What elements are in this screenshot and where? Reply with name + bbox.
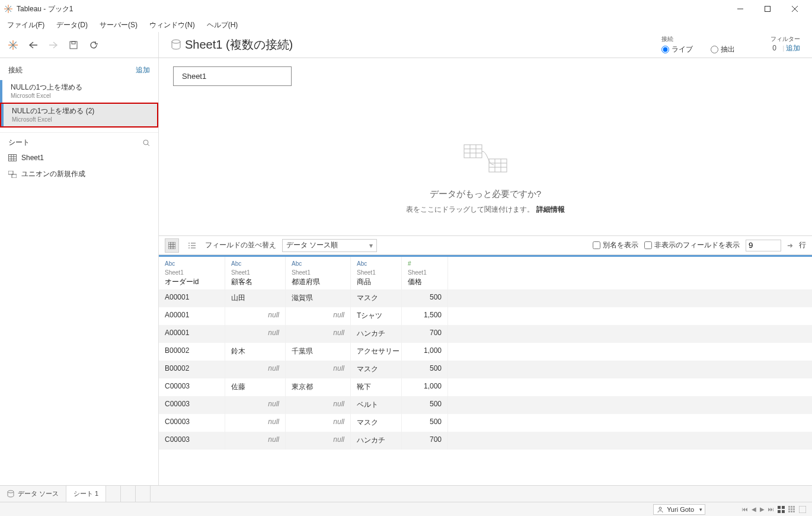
- svg-rect-66: [791, 511, 792, 512]
- tableau-logo-icon: [4, 4, 13, 14]
- forward-button[interactable]: [47, 39, 59, 51]
- table-row[interactable]: C00003nullnullマスク500: [159, 414, 812, 432]
- datasource-title[interactable]: Sheet1 (複数の接続): [185, 37, 293, 53]
- show-hidden-fields-checkbox[interactable]: 非表示のフィールドを表示: [644, 240, 740, 250]
- table-row[interactable]: A00001山田滋賀県マスク500: [159, 289, 812, 307]
- svg-rect-59: [788, 506, 790, 508]
- nav-last-icon[interactable]: ⏭: [768, 506, 774, 512]
- grid-view-toggle[interactable]: [165, 238, 179, 253]
- window-title: Tableau - ブック1: [17, 4, 73, 14]
- menu-file[interactable]: ファイル(F): [2, 19, 49, 31]
- table-cell: B00002: [159, 361, 225, 378]
- table-row[interactable]: B00002nullnullマスク500: [159, 361, 812, 378]
- svg-rect-24: [464, 145, 482, 158]
- table-cell: 千葉県: [286, 343, 351, 361]
- table-row[interactable]: C00003nullnullハンカチ700: [159, 432, 812, 450]
- connection-item-1[interactable]: NULLの1つ上を埋める Microsoft Excel: [0, 80, 158, 103]
- column-header-2[interactable]: AbcSheet1都道府県: [286, 257, 351, 289]
- svg-rect-62: [788, 508, 790, 510]
- new-worksheet-button[interactable]: [106, 486, 121, 502]
- table-cell: null: [286, 432, 351, 450]
- datagrid-toolbar: フィールドの並べ替え データ ソース順▾ 別名を表示 非表示のフィールドを表示 …: [159, 236, 812, 255]
- table-cell: null: [225, 432, 286, 450]
- add-connection-link[interactable]: 追加: [136, 65, 150, 75]
- nav-prev-icon[interactable]: ◀: [752, 506, 756, 512]
- table-row[interactable]: A00001nullnullハンカチ700: [159, 325, 812, 343]
- table-row[interactable]: C00003佐藤東京都靴下1,000: [159, 378, 812, 396]
- column-header-4[interactable]: #Sheet1価格: [402, 257, 448, 289]
- view-mode-1-icon[interactable]: [778, 506, 785, 513]
- user-dropdown[interactable]: Yuri Goto: [653, 504, 705, 515]
- connection-live-radio[interactable]: ライブ: [661, 44, 693, 55]
- back-button[interactable]: [27, 39, 39, 51]
- table-cell: null: [225, 396, 286, 414]
- nav-first-icon[interactable]: ⏮: [742, 506, 748, 512]
- connection-item-2[interactable]: NULLの1つ上を埋める (2) Microsoft Excel: [1, 104, 157, 126]
- window-maximize-button[interactable]: [754, 0, 781, 18]
- refresh-button[interactable]: [88, 39, 100, 51]
- svg-rect-67: [793, 511, 795, 512]
- table-cell: null: [286, 396, 351, 414]
- menu-server[interactable]: サーバー(S): [95, 19, 142, 31]
- table-cell: null: [286, 414, 351, 432]
- go-arrow-icon[interactable]: ➜: [787, 241, 793, 250]
- table-cell: 500: [402, 289, 448, 307]
- new-dashboard-button[interactable]: [121, 486, 136, 502]
- table-cell: 滋賀県: [286, 289, 351, 307]
- new-union-button[interactable]: ユニオンの新規作成: [0, 165, 158, 183]
- row-count-input[interactable]: [746, 240, 781, 251]
- show-aliases-checkbox[interactable]: 別名を表示: [593, 240, 638, 250]
- table-cell: null: [225, 325, 286, 343]
- table-cell: 500: [402, 396, 448, 414]
- filter-count: 0: [772, 44, 776, 52]
- window-close-button[interactable]: [781, 0, 808, 18]
- tables-link-icon: [159, 141, 812, 177]
- sheet-table-icon: [8, 154, 17, 161]
- svg-rect-23: [12, 174, 17, 178]
- union-icon: [8, 171, 17, 178]
- nav-controls[interactable]: ⏮ ◀ ▶ ⏭: [742, 506, 774, 512]
- filter-add-link[interactable]: 追加: [786, 44, 800, 52]
- sheets-header: シート: [8, 138, 30, 148]
- column-header-0[interactable]: AbcSheet1オーダーid: [159, 257, 225, 289]
- join-canvas[interactable]: Sheet1 データがもっと必要ですか? 表をここにドラッグして関連付けます。 …: [159, 58, 812, 236]
- table-cell: null: [286, 325, 351, 343]
- tab-datasource[interactable]: データ ソース: [0, 486, 66, 502]
- svg-rect-29: [489, 159, 507, 172]
- view-mode-2-icon[interactable]: [788, 506, 795, 513]
- table-pill-sheet1[interactable]: Sheet1: [173, 66, 292, 86]
- filter-label: フィルター: [771, 35, 800, 43]
- datagrid: AbcSheet1オーダーidAbcSheet1顧客名AbcSheet1都道府県…: [159, 255, 812, 450]
- svg-line-16: [148, 144, 149, 146]
- table-row[interactable]: C00003nullnullベルト500: [159, 396, 812, 414]
- learn-more-link[interactable]: 詳細情報: [536, 205, 565, 214]
- column-header-3[interactable]: AbcSheet1商品: [351, 257, 402, 289]
- menu-help[interactable]: ヘルプ(H): [202, 19, 243, 31]
- table-cell: マスク: [351, 289, 402, 307]
- list-view-toggle[interactable]: [185, 238, 199, 253]
- table-row[interactable]: A00001nullnullTシャツ1,500: [159, 307, 812, 325]
- connection-extract-radio[interactable]: 抽出: [711, 44, 735, 55]
- menu-window[interactable]: ウィンドウ(N): [145, 19, 200, 31]
- sheet-item-sheet1[interactable]: Sheet1: [0, 150, 158, 165]
- sheets-search-icon[interactable]: [143, 139, 150, 146]
- window-minimize-button[interactable]: [727, 0, 754, 18]
- menu-data[interactable]: データ(D): [52, 19, 92, 31]
- svg-point-54: [659, 507, 661, 509]
- table-row[interactable]: B00002鈴木千葉県アクセサリー1,000: [159, 343, 812, 361]
- new-story-button[interactable]: [136, 486, 151, 502]
- tableau-logo-small-icon[interactable]: [7, 39, 19, 51]
- table-cell: ベルト: [351, 396, 402, 414]
- nav-next-icon[interactable]: ▶: [760, 506, 765, 512]
- view-mode-3-icon[interactable]: [799, 506, 806, 513]
- sidebar: 接続 追加 NULLの1つ上を埋める Microsoft Excel NULLの…: [0, 58, 159, 485]
- field-sort-select[interactable]: データ ソース順▾: [282, 239, 377, 252]
- svg-rect-55: [778, 506, 781, 509]
- svg-rect-34: [168, 242, 175, 249]
- table-cell: C00003: [159, 432, 225, 450]
- save-button[interactable]: [68, 39, 79, 51]
- column-header-1[interactable]: AbcSheet1顧客名: [225, 257, 286, 289]
- table-cell: 東京都: [286, 378, 351, 396]
- table-cell: 700: [402, 325, 448, 343]
- tab-sheet1[interactable]: シート 1: [66, 486, 106, 502]
